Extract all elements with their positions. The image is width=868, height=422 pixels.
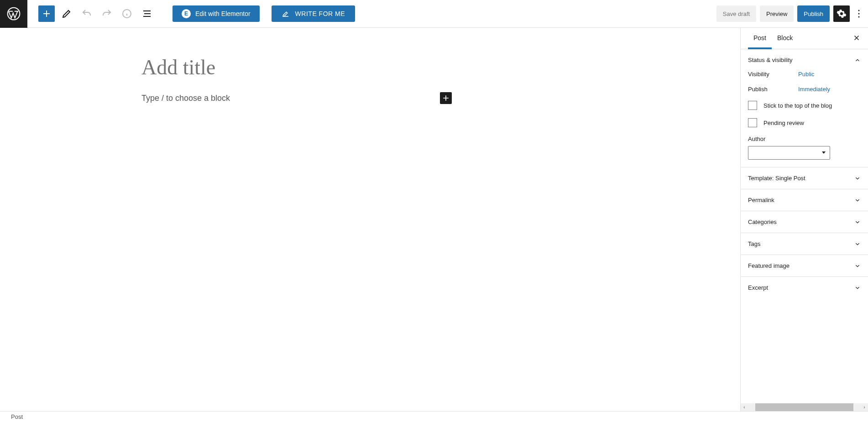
chevron-down-icon — [854, 263, 861, 269]
plus-icon — [41, 8, 52, 19]
list-icon — [141, 8, 152, 19]
panel-permalink: Permalink — [741, 189, 868, 211]
default-block[interactable]: Type / to choose a block — [141, 92, 452, 104]
visibility-row: Visibility Public — [748, 71, 861, 78]
publish-row: Publish Immediately — [748, 86, 861, 93]
panel-featured-image: Featured image — [741, 255, 868, 277]
panel-header-template[interactable]: Template: Single Post — [741, 167, 868, 189]
author-label: Author — [748, 135, 861, 142]
chevron-up-icon — [854, 57, 861, 63]
breadcrumb[interactable]: Post — [11, 413, 23, 420]
author-field: Author — [748, 135, 861, 160]
post-title-input[interactable] — [141, 55, 452, 79]
panel-status-visibility: Status & visibility Visibility Public Pu… — [741, 49, 868, 167]
panel-title: Tags — [748, 240, 760, 247]
stick-to-top-row: Stick to the top of the blog — [748, 101, 861, 110]
toolbar-right: Save draft Preview Publish — [716, 5, 868, 22]
svg-point-3 — [858, 13, 860, 15]
inline-add-block-button[interactable] — [440, 92, 452, 104]
wordpress-icon — [6, 6, 21, 21]
tab-post[interactable]: Post — [748, 28, 772, 49]
panel-categories: Categories — [741, 211, 868, 233]
elementor-label: Edit with Elementor — [195, 10, 251, 17]
panel-title: Permalink — [748, 197, 774, 203]
sidebar-tabs: Post Block — [741, 28, 868, 49]
main-area: Type / to choose a block Post Block — [0, 28, 868, 411]
panel-header-featured-image[interactable]: Featured image — [741, 255, 868, 276]
redo-button[interactable] — [99, 5, 115, 22]
gear-icon — [837, 9, 847, 19]
scroll-left-arrow[interactable]: ‹ — [741, 403, 748, 411]
chevron-down-icon — [854, 285, 861, 291]
panel-title: Categories — [748, 219, 777, 225]
top-toolbar: E Edit with Elementor WRITE FOR ME Save … — [0, 0, 868, 28]
chevron-down-icon — [854, 241, 861, 247]
info-icon — [121, 8, 132, 19]
editor-canvas: Type / to choose a block — [0, 28, 740, 411]
details-button[interactable] — [119, 5, 135, 22]
panel-header-categories[interactable]: Categories — [741, 211, 868, 233]
settings-sidebar: Post Block Status & visibility Visibilit… — [740, 28, 868, 411]
scroll-right-arrow[interactable]: › — [861, 403, 868, 411]
pen-line-icon — [282, 10, 290, 18]
sidebar-horizontal-scrollbar[interactable]: ‹ › — [741, 403, 868, 411]
status-bar: Post — [0, 411, 868, 422]
panel-template: Template: Single Post — [741, 167, 868, 189]
publish-label: Publish — [748, 86, 798, 93]
chevron-down-icon — [854, 175, 861, 182]
preview-button[interactable]: Preview — [760, 5, 794, 22]
panel-title: Featured image — [748, 262, 790, 269]
svg-point-4 — [858, 16, 860, 18]
close-sidebar-button[interactable] — [852, 34, 861, 43]
write-for-me-button[interactable]: WRITE FOR ME — [272, 5, 355, 22]
panel-title: Excerpt — [748, 284, 768, 291]
chevron-down-icon — [854, 197, 861, 203]
pending-checkbox[interactable] — [748, 118, 757, 127]
panel-header-tags[interactable]: Tags — [741, 233, 868, 255]
tools-button[interactable] — [58, 5, 75, 22]
undo-icon — [81, 8, 92, 19]
settings-button[interactable] — [833, 5, 850, 22]
publish-button[interactable]: Publish — [797, 5, 830, 22]
pending-review-row: Pending review — [748, 118, 861, 127]
plus-icon — [441, 94, 450, 103]
panel-tags: Tags — [741, 233, 868, 255]
more-options-button[interactable] — [853, 5, 864, 22]
scroll-thumb[interactable] — [755, 403, 853, 411]
svg-point-2 — [858, 10, 860, 11]
dots-vertical-icon — [853, 8, 864, 19]
wordpress-logo[interactable] — [0, 0, 27, 28]
panel-title: Status & visibility — [748, 57, 793, 63]
elementor-icon: E — [182, 9, 191, 18]
visibility-value-link[interactable]: Public — [798, 71, 814, 78]
panel-excerpt: Excerpt — [741, 277, 868, 298]
write-for-me-label: WRITE FOR ME — [295, 10, 345, 17]
visibility-label: Visibility — [748, 71, 798, 78]
panel-header-status[interactable]: Status & visibility — [741, 49, 868, 71]
author-select[interactable] — [748, 146, 830, 160]
pending-label: Pending review — [763, 120, 804, 126]
block-placeholder-text: Type / to choose a block — [141, 94, 230, 103]
pencil-icon — [61, 8, 72, 19]
close-icon — [852, 34, 861, 42]
stick-label: Stick to the top of the blog — [763, 102, 832, 109]
panel-title: Template: Single Post — [748, 175, 805, 182]
stick-checkbox[interactable] — [748, 101, 757, 110]
outline-button[interactable] — [139, 5, 155, 22]
redo-icon — [101, 8, 112, 19]
toolbar-left: E Edit with Elementor WRITE FOR ME — [27, 5, 355, 22]
chevron-down-icon — [854, 219, 861, 225]
tab-block[interactable]: Block — [772, 28, 798, 49]
undo-button[interactable] — [78, 5, 95, 22]
panel-body-status: Visibility Public Publish Immediately St… — [741, 71, 868, 167]
edit-with-elementor-button[interactable]: E Edit with Elementor — [173, 5, 260, 22]
panel-header-excerpt[interactable]: Excerpt — [741, 277, 868, 298]
publish-value-link[interactable]: Immediately — [798, 86, 830, 93]
save-draft-button[interactable]: Save draft — [716, 5, 756, 22]
add-block-button[interactable] — [38, 5, 55, 22]
panel-header-permalink[interactable]: Permalink — [741, 189, 868, 211]
